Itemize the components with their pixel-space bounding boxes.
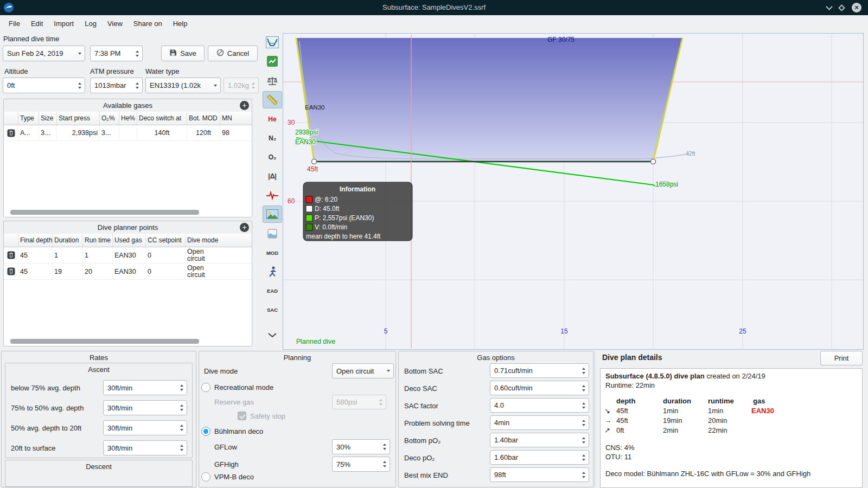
toolbar-sac-toggle[interactable]: SAC	[263, 301, 282, 318]
toolbar-scroll-down-icon[interactable]	[263, 326, 282, 344]
toolbar-heart-rate-toggle[interactable]	[263, 187, 282, 204]
menu-import[interactable]: Import	[48, 17, 79, 30]
menu-edit[interactable]: Edit	[25, 17, 48, 30]
spin-arrows-icon[interactable]	[178, 404, 187, 411]
maximize-icon[interactable]	[839, 5, 844, 10]
spin-arrows-icon[interactable]	[580, 472, 589, 478]
points-cell-mode[interactable]: Open circuit	[186, 247, 220, 263]
points-cell-duration[interactable]: 19	[53, 264, 83, 279]
spin-arrows-icon[interactable]	[381, 461, 390, 467]
gases-cell-mnd[interactable]: 98	[220, 125, 242, 140]
ascent-rate-spinbox-1[interactable]: 30ft/min	[103, 380, 187, 395]
toolbar-ruler-icon[interactable]	[263, 91, 282, 108]
gases-cell-bot-mod[interactable]: 120ft	[187, 125, 220, 140]
vpmb-deco-radio[interactable]	[201, 472, 210, 481]
save-button[interactable]: Save	[161, 46, 205, 61]
water-type-combo[interactable]: EN13319 (1.02k	[145, 78, 221, 93]
points-cell-gas[interactable]: EAN30	[113, 264, 146, 279]
toolbar-he-toggle[interactable]: He	[263, 111, 282, 128]
toolbar-scale-icon[interactable]	[263, 73, 282, 90]
spin-arrows-icon[interactable]	[178, 425, 187, 431]
spin-arrows-icon[interactable]	[76, 82, 85, 89]
gfhigh-spinbox[interactable]: 75%	[332, 457, 390, 472]
waypoint-handle[interactable]	[312, 159, 317, 164]
points-cell-gas[interactable]: EAN30	[113, 247, 146, 263]
points-table-row[interactable]: 45 1 1 EAN30 0 Open circuit	[4, 247, 252, 264]
deco-po2-spinbox[interactable]: 1.60bar	[490, 450, 589, 465]
recreational-mode-radio[interactable]	[201, 383, 210, 392]
atm-pressure-spinbox[interactable]: 1013mbar	[90, 78, 143, 93]
ascent-rate-spinbox-2[interactable]: 30ft/min	[103, 400, 187, 415]
problem-solving-time-spinbox[interactable]: 4min	[490, 415, 589, 430]
menu-share-on[interactable]: Share on	[128, 17, 168, 30]
add-gas-button[interactable]: +	[240, 101, 249, 110]
best-mix-end-spinbox[interactable]: 98ft	[490, 467, 589, 482]
buhlmann-deco-radio[interactable]	[201, 427, 210, 436]
points-cell-depth[interactable]: 45	[18, 264, 53, 279]
gases-table-row[interactable]: A... 3... 2,938psi 3... 140ft 120ft 98	[4, 125, 252, 141]
spin-arrows-icon[interactable]	[580, 420, 589, 426]
points-cell-setpoint[interactable]: 0	[146, 264, 186, 279]
points-horizontal-scrollbar[interactable]	[10, 339, 199, 344]
spin-arrows-icon[interactable]	[580, 402, 589, 409]
cancel-button[interactable]: Cancel	[208, 46, 258, 61]
delete-point-button[interactable]	[4, 264, 18, 279]
time-spinbox[interactable]: 7:38 PM	[90, 46, 143, 61]
gases-cell-size[interactable]: 3...	[39, 125, 57, 140]
gases-cell-deco-switch[interactable]: 140ft	[137, 125, 187, 140]
toolbar-ead-toggle[interactable]: EAD	[263, 282, 282, 299]
ascent-rate-spinbox-4[interactable]: 30ft/min	[103, 440, 187, 455]
altitude-spinbox[interactable]: 0ft	[3, 78, 85, 93]
points-cell-setpoint[interactable]: 0	[146, 247, 186, 263]
points-cell-mode[interactable]: Open circuit	[186, 264, 220, 279]
date-combo[interactable]: Sun Feb 24, 2019	[3, 46, 85, 61]
dive-profile-plot[interactable]: GF 30/75 30 60 5 15 25 EAN30 2938psi EAN…	[283, 34, 863, 349]
dive-mode-combo[interactable]: Open circuit	[332, 363, 394, 378]
spin-arrows-icon[interactable]	[580, 437, 589, 444]
toolbar-ceiling-toggle[interactable]	[263, 225, 282, 242]
sac-factor-spinbox[interactable]: 4.0	[490, 398, 589, 413]
spin-arrows-icon[interactable]	[580, 454, 589, 461]
gases-cell-o2[interactable]: 3...	[100, 125, 119, 140]
deco-sac-spinbox[interactable]: 0.60cuft/min	[490, 381, 589, 395]
gflow-spinbox[interactable]: 30%	[332, 439, 390, 454]
bottom-sac-spinbox[interactable]: 0.71cuft/min	[490, 363, 589, 378]
dive-profile-chart[interactable]: GF 30/75 30 60 5 15 25 EAN30 2938psi EAN…	[283, 33, 864, 350]
spin-arrows-icon[interactable]	[381, 444, 390, 450]
toolbar-mod-toggle[interactable]: MOD	[263, 244, 282, 261]
points-cell-duration[interactable]: 1	[53, 247, 83, 263]
minimize-icon[interactable]	[827, 7, 832, 9]
menu-file[interactable]: File	[3, 17, 25, 30]
spin-arrows-icon[interactable]	[134, 50, 142, 57]
waypoint-handle[interactable]	[651, 159, 656, 164]
toolbar-photos-toggle[interactable]	[263, 206, 282, 223]
toolbar-o2-toggle[interactable]: O₂	[263, 149, 282, 166]
toolbar-chart-icon[interactable]	[263, 34, 282, 51]
gases-cell-type[interactable]: A...	[18, 125, 39, 140]
spin-arrows-icon[interactable]	[178, 445, 187, 451]
menu-help[interactable]: Help	[168, 17, 193, 30]
points-cell-runtime[interactable]: 20	[83, 264, 113, 279]
add-point-button[interactable]: +	[240, 223, 249, 232]
toolbar-n2-toggle[interactable]: N₂	[263, 130, 282, 147]
bottom-po2-spinbox[interactable]: 1.40bar	[490, 433, 589, 447]
points-table-row[interactable]: 45 19 20 EAN30 0 Open circuit	[4, 264, 252, 280]
spin-arrows-icon[interactable]	[580, 368, 589, 374]
spin-arrows-icon[interactable]	[134, 82, 142, 89]
ascent-rate-spinbox-3[interactable]: 30ft/min	[103, 420, 187, 435]
gases-horizontal-scrollbar[interactable]	[10, 210, 199, 215]
delete-gas-button[interactable]	[4, 125, 18, 140]
toolbar-dc-ceiling-toggle[interactable]: |Δ|	[263, 168, 282, 185]
close-icon[interactable]: ×	[852, 3, 861, 12]
menu-log[interactable]: Log	[79, 17, 102, 30]
gases-cell-start-press[interactable]: 2,938psi	[57, 125, 100, 140]
spin-arrows-icon[interactable]	[580, 385, 589, 391]
menu-view[interactable]: View	[102, 17, 128, 30]
points-cell-runtime[interactable]: 1	[83, 247, 113, 263]
points-cell-depth[interactable]: 45	[18, 247, 53, 263]
delete-point-button[interactable]	[4, 247, 18, 263]
toolbar-logbook-icon[interactable]	[263, 53, 282, 70]
gases-cell-he[interactable]	[119, 125, 137, 140]
spin-arrows-icon[interactable]	[178, 384, 187, 391]
print-button[interactable]: Print	[820, 351, 863, 365]
